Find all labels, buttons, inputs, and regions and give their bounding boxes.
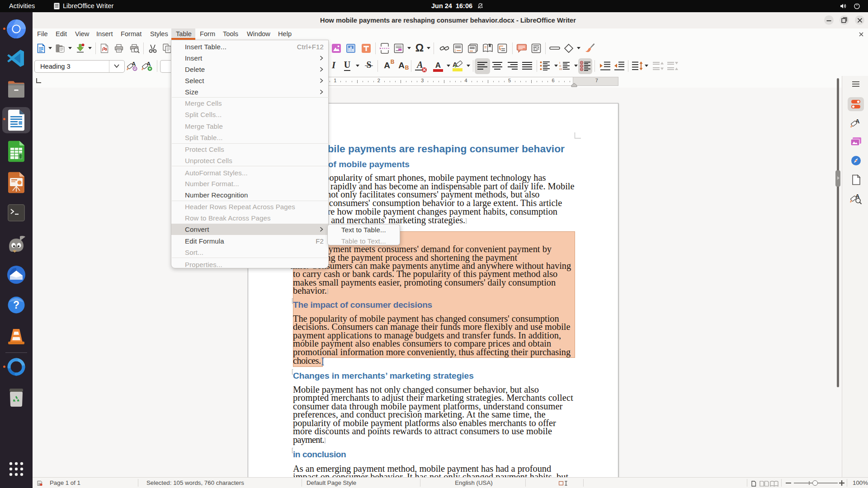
svg-text:II: II	[559, 64, 561, 67]
svg-text:III: III	[559, 67, 562, 70]
svg-text:1: 1	[454, 49, 456, 53]
svg-text:?: ?	[13, 299, 19, 311]
